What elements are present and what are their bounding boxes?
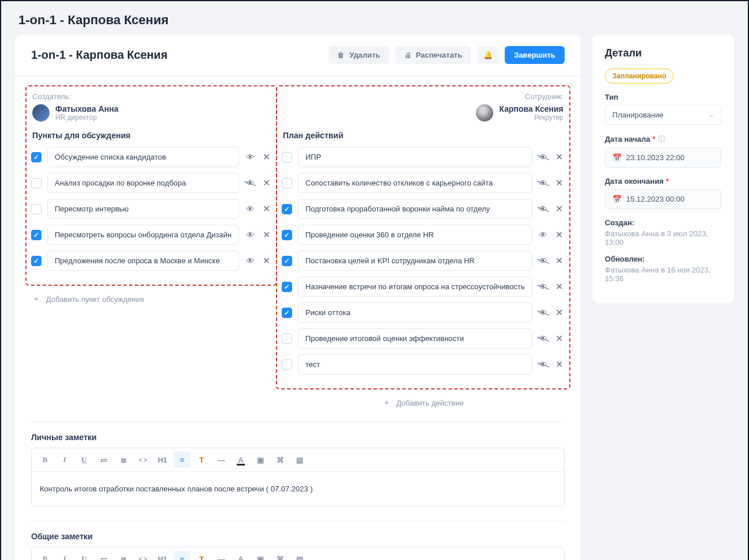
code-button[interactable]: < > xyxy=(134,452,152,468)
page-title: 1-on-1 - Карпова Ксения xyxy=(1,1,748,35)
underline-button[interactable]: U xyxy=(75,452,93,468)
eye-off-icon[interactable]: 👁 xyxy=(538,308,548,317)
item-text-input[interactable]: Предложения после опроса в Москве и Минс… xyxy=(47,251,239,271)
checkbox[interactable] xyxy=(31,178,41,188)
close-icon[interactable]: ✕ xyxy=(261,177,271,188)
checkbox[interactable] xyxy=(31,230,41,240)
info-icon: ⓘ xyxy=(658,134,665,144)
eye-off-icon[interactable]: 👁 xyxy=(538,256,548,266)
close-icon[interactable]: ✕ xyxy=(554,152,565,162)
personal-notes-content[interactable]: Контроль итогов отработки поставленных п… xyxy=(32,472,564,506)
fill-color-button[interactable]: A xyxy=(232,551,249,560)
text-color-button[interactable]: T xyxy=(193,452,210,468)
bold-button[interactable]: B xyxy=(36,452,54,468)
bold-button[interactable]: B xyxy=(36,551,54,560)
underline-button[interactable]: U xyxy=(75,551,93,560)
item-text-input[interactable]: Проведение итоговой оценки эффективности xyxy=(298,328,532,349)
checkbox[interactable] xyxy=(282,282,292,292)
close-icon[interactable]: ✕ xyxy=(261,203,271,214)
created-text: Фатыхова Анна в 3 июл 2023, 13:00 xyxy=(605,229,721,247)
item-text-input[interactable]: Пересмотреть вопросы онбординга отдела Д… xyxy=(47,225,239,245)
eye-off-icon[interactable]: 👁 xyxy=(538,334,548,343)
numbered-list-button[interactable]: ≣ xyxy=(115,551,132,560)
close-icon[interactable]: ✕ xyxy=(554,359,565,370)
complete-button[interactable]: Завершить xyxy=(505,46,565,64)
close-icon[interactable]: ✕ xyxy=(554,307,565,318)
item-text-input[interactable]: Постановка целей и KPI сотрудникам отдел… xyxy=(298,251,532,271)
item-text-input[interactable]: Пересмотр интервью xyxy=(47,199,239,219)
eye-off-icon[interactable]: 👁 xyxy=(538,282,548,292)
eye-off-icon[interactable]: 👁 xyxy=(538,204,548,214)
details-panel: Детали Запланировано Тип Планирование ⌄ … xyxy=(592,35,734,304)
item-text-input[interactable]: Анализ просадки по воронке подбора xyxy=(47,173,239,193)
link-button[interactable]: ⌘ xyxy=(271,452,289,468)
close-icon[interactable]: ✕ xyxy=(554,255,565,266)
doc-button[interactable]: ▤ xyxy=(291,452,308,468)
close-icon[interactable]: ✕ xyxy=(261,152,271,162)
italic-button[interactable]: I xyxy=(56,452,73,468)
eye-icon[interactable]: 👁 xyxy=(245,152,255,162)
print-button[interactable]: 🖨 Распечатать xyxy=(395,46,471,64)
bullet-list-button[interactable]: ≔ xyxy=(95,551,112,560)
italic-button[interactable]: I xyxy=(56,551,73,560)
checkbox[interactable] xyxy=(282,152,292,162)
eye-off-icon[interactable]: 👁 xyxy=(538,152,548,162)
item-text-input[interactable]: Риски оттока xyxy=(298,302,532,323)
item-text-input[interactable]: Подготовка проработанной воронки найма п… xyxy=(298,199,532,219)
checkbox[interactable] xyxy=(31,256,41,266)
checkbox[interactable] xyxy=(282,360,292,370)
close-icon[interactable]: ✕ xyxy=(554,281,565,292)
start-date-input[interactable]: 📅 23.10.2023 22:00 xyxy=(605,147,721,168)
type-select[interactable]: Планирование ⌄ xyxy=(605,105,721,125)
eye-icon[interactable]: 👁 xyxy=(538,230,548,240)
close-icon[interactable]: ✕ xyxy=(554,333,565,344)
numbered-list-button[interactable]: ≣ xyxy=(115,452,132,468)
item-text-input[interactable]: Обсуждение списка кандидатов xyxy=(47,147,239,167)
notify-button[interactable]: 🔔 xyxy=(477,46,499,64)
end-date-input[interactable]: 📅 15.12.2023 00:00 xyxy=(605,189,721,209)
eye-icon[interactable]: 👁 xyxy=(245,230,255,240)
checkbox[interactable] xyxy=(282,308,292,318)
checkbox[interactable] xyxy=(31,152,41,162)
fill-color-button[interactable]: A xyxy=(232,452,249,468)
add-discussion-button[interactable]: ＋ Добавить пункт обсуждения xyxy=(31,289,271,304)
image-button[interactable]: ▣ xyxy=(252,452,269,468)
checkbox[interactable] xyxy=(282,256,292,266)
eye-icon[interactable]: 👁 xyxy=(245,204,255,214)
close-icon[interactable]: ✕ xyxy=(554,177,565,188)
checkbox[interactable] xyxy=(282,230,292,240)
item-text-input[interactable]: Проведение оценки 360 в отделе HR xyxy=(298,225,532,245)
close-icon[interactable]: ✕ xyxy=(554,203,565,214)
heading-button[interactable]: H1 xyxy=(154,452,171,468)
eye-off-icon[interactable]: 👁 xyxy=(538,360,548,369)
list-item: Сопоставить количество откликов с карьер… xyxy=(282,173,565,193)
eye-off-icon[interactable]: 👁 xyxy=(538,178,548,188)
code-button[interactable]: < > xyxy=(134,551,152,560)
image-button[interactable]: ▣ xyxy=(252,551,269,560)
item-text-input[interactable]: тест xyxy=(298,354,532,374)
doc-button[interactable]: ▤ xyxy=(291,551,308,560)
item-text-input[interactable]: Сопоставить количество откликов с карьер… xyxy=(298,173,532,193)
align-button[interactable]: ≡ xyxy=(173,551,191,560)
bullet-list-button[interactable]: ≔ xyxy=(95,452,112,468)
heading-button[interactable]: H1 xyxy=(154,551,171,560)
add-action-button[interactable]: ＋ Добавить действие xyxy=(282,393,565,408)
eye-icon[interactable]: 👁 xyxy=(245,256,255,266)
checkbox[interactable] xyxy=(31,204,41,214)
item-text-input[interactable]: ИПР xyxy=(298,147,532,167)
strike-button[interactable]: — xyxy=(213,551,230,560)
link-button[interactable]: ⌘ xyxy=(271,551,289,560)
checkbox[interactable] xyxy=(282,178,292,188)
eye-off-icon[interactable]: 👁 xyxy=(245,178,255,188)
text-color-button[interactable]: T xyxy=(193,551,210,560)
item-text-input[interactable]: Назначение встречи по итогам опроса на с… xyxy=(298,277,532,297)
close-icon[interactable]: ✕ xyxy=(554,229,565,240)
align-button[interactable]: ≡ xyxy=(173,452,191,468)
checkbox[interactable] xyxy=(282,334,292,344)
delete-button[interactable]: 🗑 Удалить xyxy=(328,46,389,64)
close-icon[interactable]: ✕ xyxy=(261,255,271,266)
list-item: Назначение встречи по итогам опроса на с… xyxy=(282,277,565,297)
close-icon[interactable]: ✕ xyxy=(261,229,271,240)
strike-button[interactable]: — xyxy=(213,452,230,468)
checkbox[interactable] xyxy=(282,204,292,214)
